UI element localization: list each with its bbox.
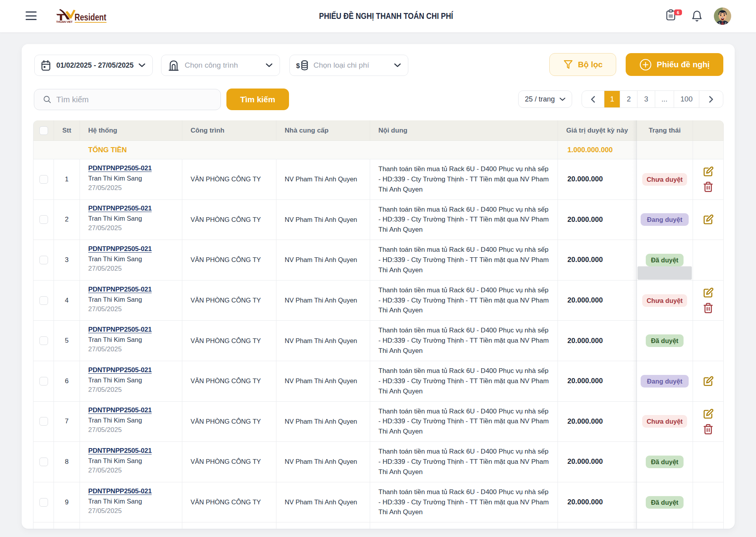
svg-text:$: $ <box>296 62 300 70</box>
